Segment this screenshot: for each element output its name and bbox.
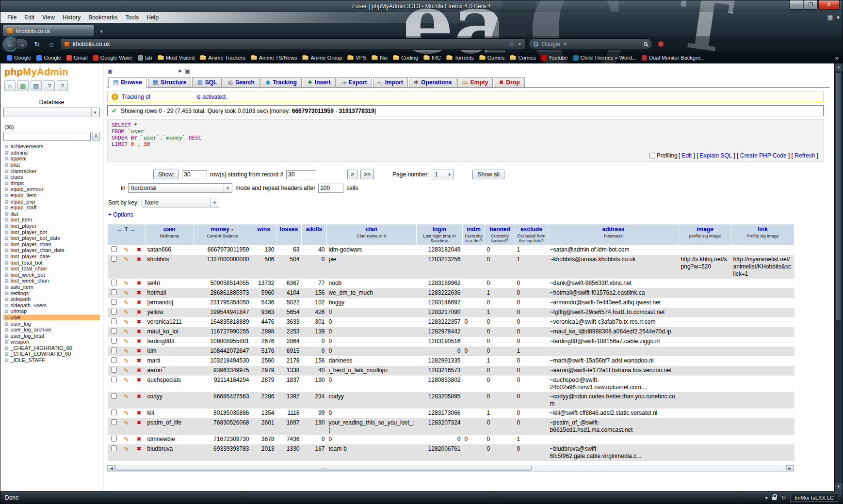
row-checkbox[interactable]: [111, 436, 117, 441]
bookmark-item[interactable]: Anime Group: [300, 54, 344, 62]
bookmark-item[interactable]: Google: [34, 54, 63, 62]
bookmarks-overflow-icon[interactable]: »: [835, 54, 839, 62]
bookmark-item[interactable]: VPS: [345, 54, 369, 62]
bookmark-item[interactable]: Child Themes « Word...: [571, 54, 639, 62]
profiling-checkbox[interactable]: [649, 153, 655, 158]
start-record-input[interactable]: [286, 170, 316, 179]
column-sort-link[interactable]: indm: [467, 226, 481, 233]
sidebar-table-item[interactable]: ▤equip_item: [3, 192, 100, 199]
row-checkbox[interactable]: [111, 367, 117, 373]
sidebar-table-item[interactable]: ▤loot_total_bot: [3, 259, 100, 266]
sync-icon[interactable]: ↻: [781, 494, 786, 501]
menu-bookmarks[interactable]: Bookmarks: [84, 13, 121, 22]
sidebar-table-item[interactable]: ▤loot_week_chan: [3, 278, 100, 284]
tab-sql[interactable]: ▥SQL: [192, 77, 222, 87]
scroll-left-arrow-icon[interactable]: ◀: [108, 465, 115, 471]
bookmark-item[interactable]: Google Wave: [91, 54, 135, 62]
tab-browse[interactable]: ▤Browse: [108, 77, 147, 88]
mysql-docs-icon[interactable]: ?: [57, 80, 68, 91]
scroll-right-arrow-icon[interactable]: ▶: [786, 465, 794, 471]
home-button[interactable]: ⌂: [46, 39, 57, 49]
bookmark-item[interactable]: Gmail: [64, 54, 90, 62]
tab-import[interactable]: ⇐Import: [373, 77, 408, 87]
delete-x-icon[interactable]: ✖: [136, 299, 141, 306]
sidebar-table-item[interactable]: ▤loot_item: [3, 217, 100, 223]
row-checkbox[interactable]: [111, 347, 117, 353]
expand-arrow-icon[interactable]: ▶: [178, 68, 182, 73]
tab-operations[interactable]: ✱Operations: [409, 77, 456, 87]
edit-pencil-icon[interactable]: ✎: [124, 377, 129, 384]
sidebar-table-item[interactable]: ▤user_log_archive: [3, 327, 100, 333]
bookmark-item[interactable]: Games: [477, 54, 507, 62]
column-sort-link[interactable]: wins: [257, 226, 270, 233]
bookmark-item[interactable]: Anime TS/News: [248, 54, 300, 62]
num-rows-input[interactable]: [182, 170, 207, 179]
sidebar-table-item[interactable]: ▤user_log_total: [3, 332, 100, 339]
table-refresh-icon[interactable]: ▦: [17, 80, 29, 91]
menu-help[interactable]: Help: [143, 13, 162, 22]
sidebar-table-item[interactable]: ▤weapon: [3, 339, 100, 345]
edit-pencil-icon[interactable]: ✎: [124, 357, 129, 364]
sidebar-table-item[interactable]: ▤loot_player: [3, 223, 100, 229]
sidebar-table-item[interactable]: ▤loot_week_bot: [3, 271, 100, 278]
bookmark-item[interactable]: Youtube: [539, 54, 570, 62]
update-icon[interactable]: ▾: [765, 494, 768, 501]
bookmark-item[interactable]: Dual Monitor Backgro...: [639, 54, 707, 62]
menu-edit[interactable]: Edit: [20, 13, 38, 22]
delete-x-icon[interactable]: ✖: [136, 419, 141, 426]
menu-file[interactable]: File: [3, 13, 20, 22]
profiling-link-edit[interactable]: Edit: [681, 152, 692, 159]
sidebar-table-item[interactable]: ▤sidepath: [3, 296, 100, 302]
sidebar-table-item-selected[interactable]: ▤user: [3, 315, 100, 321]
column-sort-link[interactable]: image: [697, 226, 713, 233]
delete-x-icon[interactable]: ✖: [136, 377, 141, 383]
delete-x-icon[interactable]: ✖: [136, 256, 141, 263]
column-sort-link[interactable]: clan: [366, 226, 377, 233]
chevron-down-icon[interactable]: ▾: [837, 14, 840, 21]
vertical-scrollbar[interactable]: ▲ ▼: [834, 63, 843, 491]
search-box[interactable]: G Google ▼: [529, 38, 652, 50]
show-button[interactable]: Show:: [153, 170, 179, 179]
sidebar-table-item[interactable]: ▤_CHEAT_LOWRATIO_60: [3, 351, 100, 357]
edit-pencil-icon[interactable]: ✎: [124, 367, 129, 374]
sort-key-select[interactable]: None ▼: [142, 198, 219, 207]
row-checkbox[interactable]: [111, 318, 117, 324]
bookmark-item[interactable]: Anime Trackers: [197, 54, 247, 62]
edit-pencil-icon[interactable]: ✎: [124, 289, 129, 297]
delete-x-icon[interactable]: ✖: [136, 436, 141, 442]
bookmark-item[interactable]: Nix: [369, 54, 390, 62]
row-checkbox[interactable]: [111, 280, 117, 285]
column-sort-link[interactable]: money: [211, 226, 229, 233]
sidebar-table-item[interactable]: ▤equip_armour: [3, 186, 100, 192]
sidebar-table-item[interactable]: ▤urlmap: [3, 308, 100, 315]
delete-x-icon[interactable]: ✖: [136, 309, 141, 315]
filter-clear-button[interactable]: X: [92, 132, 100, 141]
bookmark-item[interactable]: Google: [4, 54, 33, 62]
home-icon[interactable]: ⌂: [4, 80, 16, 91]
menu-view[interactable]: View: [38, 13, 59, 22]
sidebar-table-item[interactable]: ▤sale_item: [3, 284, 100, 290]
row-checkbox[interactable]: [111, 289, 117, 295]
sidebar-table-item[interactable]: ▤user_log: [3, 320, 100, 327]
forward-button[interactable]: →: [16, 39, 28, 49]
row-checkbox[interactable]: [111, 299, 117, 305]
edit-pencil-icon[interactable]: ✎: [124, 436, 129, 443]
scroll-down-arrow-icon[interactable]: ▼: [835, 483, 843, 491]
delete-x-icon[interactable]: ✖: [136, 246, 141, 253]
row-checkbox[interactable]: [111, 309, 117, 315]
search-magnifier-icon[interactable]: [644, 42, 648, 46]
sidebar-table-item[interactable]: ▤_CHEAT_HIGHRATIO_60: [3, 345, 100, 351]
column-sort-link[interactable]: address: [602, 226, 625, 233]
query-window-icon[interactable]: ▣: [107, 67, 113, 74]
show-all-button[interactable]: Show all: [472, 170, 504, 179]
edit-pencil-icon[interactable]: ✎: [124, 419, 129, 426]
page-number-select[interactable]: 1 ▼: [432, 170, 454, 179]
edit-pencil-icon[interactable]: ✎: [124, 338, 129, 345]
minimize-button[interactable]: —: [789, 0, 803, 10]
bookmark-item[interactable]: IRC: [421, 54, 443, 62]
edit-pencil-icon[interactable]: ✎: [124, 280, 129, 287]
sql-window-icon[interactable]: ▥: [31, 80, 42, 91]
scroll-up-arrow-icon[interactable]: ▲: [835, 63, 843, 71]
column-sort-link[interactable]: login: [433, 226, 447, 233]
delete-x-icon[interactable]: ✖: [136, 289, 141, 296]
